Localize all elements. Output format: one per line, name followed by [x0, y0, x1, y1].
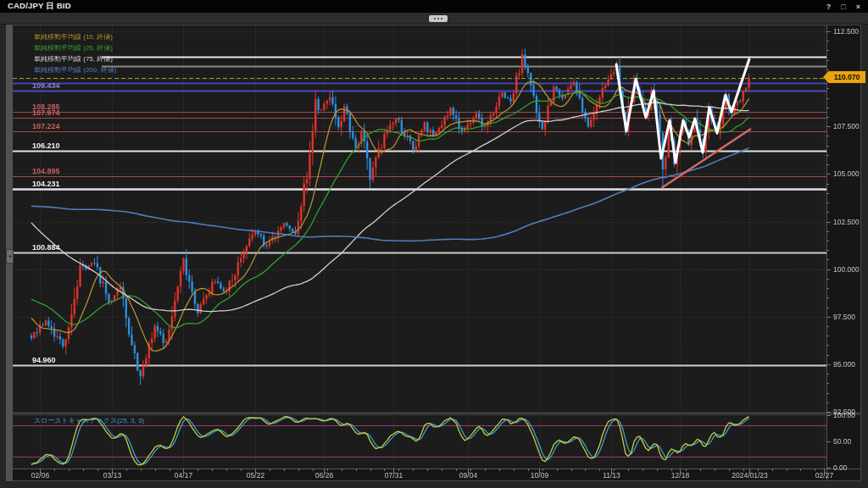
legend-sma-75[interactable]: 単純移動平均線 (75, 終値) [34, 53, 116, 64]
trading-chart-window: { "window": { "title": "CAD/JPY 日 BID", … [0, 0, 868, 488]
legend-sma-10[interactable]: 単純移動平均線 (10, 終値) [34, 31, 116, 42]
close-button[interactable]: × [856, 3, 860, 11]
toolbar-strip [0, 13, 868, 25]
price-chart-canvas[interactable] [0, 0, 868, 488]
indicator-legend: 単純移動平均線 (10, 終値) 単純移動平均線 (25, 終値) 単純移動平均… [34, 31, 116, 75]
title-bar: CAD/JPY 日 BID ? □ × [0, 0, 868, 13]
window-controls: ? □ × [826, 3, 860, 11]
legend-sma-200[interactable]: 単純移動平均線 (200, 終値) [34, 64, 116, 75]
toolbar-collapse-handle-icon[interactable] [429, 15, 448, 22]
maximize-button[interactable]: □ [841, 3, 845, 11]
help-button[interactable]: ? [826, 3, 832, 11]
window-title: CAD/JPY 日 BID [8, 1, 71, 12]
stochastic-legend[interactable]: スローストキャスティクス(25, 3, 3) [34, 416, 144, 425]
sidebar-collapse-handle-icon[interactable]: ◂ [6, 249, 14, 263]
legend-sma-25[interactable]: 単純移動平均線 (25, 終値) [34, 42, 116, 53]
current-price-tag: 110.070 [823, 71, 865, 83]
